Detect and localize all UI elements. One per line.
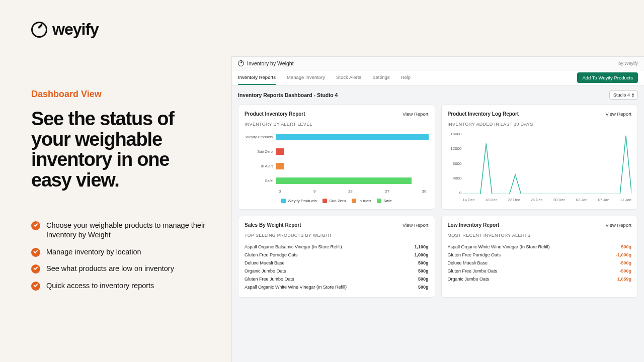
bar-label: Safe (245, 178, 276, 183)
table-row: Gluten Free Porridge Oats1,000g (245, 251, 429, 259)
bar-chart-legend: Weyify ProductsSub ZeroIn AlertSafe (245, 199, 429, 203)
product-value: -500g (619, 268, 631, 274)
product-name: Aspall Organic Balsamic Vinegar (In Stor… (245, 244, 342, 249)
app-header: Inventory by Weight by Weyify (232, 57, 644, 70)
dashboard-body: Inventory Reports Dashboard - Studio 4 S… (232, 85, 644, 362)
table-row: Deluxe Muesli Base500g (245, 259, 429, 267)
table-row: Gluten Free Jumbo Oats500g (245, 275, 429, 283)
check-icon (31, 264, 40, 274)
product-inventory-report-card: Product Inventory Report View Report INV… (238, 105, 435, 210)
app-credit: by Weyify (618, 61, 638, 66)
section-caption: INVENTORY BY ALERT LEVEL (245, 122, 429, 127)
brand-logo: weyify (31, 20, 206, 39)
top-selling-table: Aspall Organic Balsamic Vinegar (In Stor… (245, 243, 429, 291)
card-title: Low Inventory Report (448, 222, 500, 228)
product-inventory-log-report-card: Product Inventory Log Report View Report… (441, 105, 638, 210)
sort-icon: ▴▾ (632, 93, 634, 98)
feature-bullet: Choose your weighable products to manage… (31, 221, 206, 240)
inventory-bar-chart: Weyify ProductsSub ZeroIn AlertSafe (245, 132, 429, 184)
product-name: Organic Jumbo Oats (245, 268, 286, 274)
tab-stock-alerts[interactable]: Stock Alerts (336, 70, 361, 85)
line-chart-y-axis: 1600012000800040000 (448, 132, 462, 195)
feature-bullet: See what products are low on inventory (31, 264, 206, 274)
table-row: Deluxe Muesli Base-500g (448, 259, 632, 267)
app-title: Inventory by Weight (238, 60, 294, 66)
view-report-link[interactable]: View Report (403, 222, 429, 228)
bar-row: Weyify Products (245, 134, 429, 140)
marketing-pane: weyify Dashboard View See the status of … (0, 0, 231, 362)
product-value: 500g (418, 260, 429, 265)
check-icon (31, 221, 40, 230)
line-chart-x-axis: 14 Dec18 Dec22 Dec26 Dec30 Dec03 Jan07 J… (463, 198, 632, 202)
bullet-text: Manage inventory by location (46, 247, 141, 257)
table-row: Gluten Free Porridge Oats-1,000g (448, 251, 632, 259)
table-row: Aspall Organic White Wine Vinegar (In St… (245, 283, 429, 291)
product-value: -1,000g (616, 252, 631, 257)
product-name: Aspall Organic White Wine Vinegar (In St… (448, 244, 550, 249)
bullet-text: See what products are low on inventory (46, 264, 174, 274)
legend-item: In Alert (352, 199, 371, 203)
product-name: Gluten Free Porridge Oats (245, 252, 298, 257)
tab-bar: Inventory ReportsManage InventoryStock A… (232, 70, 644, 85)
tab-help[interactable]: Help (401, 70, 411, 85)
bar-label: In Alert (245, 164, 276, 168)
legend-item: Sub Zero (323, 199, 346, 203)
product-value: -500g (619, 260, 631, 265)
product-name: Gluten Free Jumbo Oats (245, 277, 294, 282)
dashboard-title: Inventory Reports Dashboard - Studio 4 (238, 92, 338, 98)
table-row: Aspall Organic Balsamic Vinegar (In Stor… (245, 243, 429, 251)
feature-bullet: Quick access to inventory reports (31, 281, 206, 291)
bar-label: Sub Zero (245, 149, 276, 154)
bar-chart-x-axis: 09182736 (245, 189, 429, 194)
app-window: Inventory by Weight by Weyify Inventory … (231, 56, 644, 362)
feature-bullet: Manage inventory by location (31, 247, 206, 257)
tab-settings[interactable]: Settings (372, 70, 389, 85)
dashboard-header: Inventory Reports Dashboard - Studio 4 S… (238, 90, 638, 100)
add-to-weyify-products-button[interactable]: Add To Weyify Products (577, 72, 638, 83)
app-title-text: Inventory by Weight (247, 60, 294, 66)
product-name: Deluxe Muesli Base (448, 260, 488, 265)
headline: See the status of your weighable invento… (31, 109, 206, 191)
eyebrow-label: Dashboard View (31, 89, 206, 100)
check-icon (31, 282, 40, 291)
legend-item: Weyify Products (281, 199, 317, 203)
location-select[interactable]: Studio 4 ▴▾ (609, 90, 638, 100)
bar-row: In Alert (245, 163, 429, 169)
table-row: Gluten Free Jumbo Oats-500g (448, 267, 632, 275)
section-caption: INVENTORY ADDED IN LAST 30 DAYS (448, 122, 632, 127)
card-grid: Product Inventory Report View Report INV… (238, 105, 638, 298)
section-caption: MOST RECENT INVENTORY ALERTS (448, 233, 632, 238)
bar-row: Safe (245, 177, 429, 184)
card-title: Product Inventory Report (245, 111, 305, 117)
product-value: 500g (418, 277, 429, 282)
product-name: Aspall Organic White Wine Vinegar (In St… (245, 285, 347, 290)
card-title: Product Inventory Log Report (448, 111, 519, 117)
brand-name: weyify (52, 20, 99, 39)
product-value: 500g (621, 244, 631, 249)
bar-label: Weyify Products (245, 135, 276, 139)
view-report-link[interactable]: View Report (403, 111, 429, 117)
product-name: Deluxe Muesli Base (245, 260, 285, 265)
view-report-link[interactable]: View Report (605, 222, 631, 228)
product-value: 500g (418, 268, 429, 274)
clock-icon (238, 60, 244, 66)
product-value: 1,059g (617, 277, 631, 282)
tab-manage-inventory[interactable]: Manage Inventory (287, 70, 325, 85)
view-report-link[interactable]: View Report (605, 111, 631, 117)
tab-inventory-reports[interactable]: Inventory Reports (238, 70, 276, 85)
card-title: Sales By Weight Report (245, 222, 301, 228)
check-icon (31, 248, 40, 257)
feature-bullet-list: Choose your weighable products to manage… (31, 221, 206, 291)
location-select-value: Studio 4 (613, 93, 630, 98)
bullet-text: Choose your weighable products to manage… (46, 221, 206, 240)
table-row: Aspall Organic White Wine Vinegar (In St… (448, 243, 632, 251)
bullet-text: Quick access to inventory reports (46, 281, 154, 291)
product-value: 1,100g (414, 244, 428, 249)
table-row: Organic Jumbo Oats500g (245, 267, 429, 275)
product-name: Gluten Free Jumbo Oats (448, 268, 498, 274)
bar-row: Sub Zero (245, 148, 429, 155)
low-inventory-table: Aspall Organic White Wine Vinegar (In St… (448, 243, 632, 283)
legend-item: Safe (377, 199, 391, 203)
product-value: 1,000g (414, 252, 428, 257)
section-caption: TOP SELLING PRODUCTS BY WEIGHT (245, 233, 429, 238)
